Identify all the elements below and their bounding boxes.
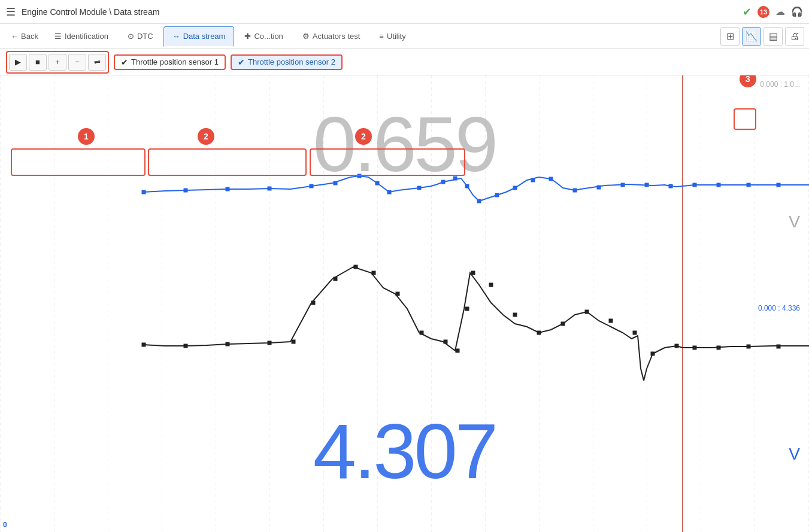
svg-rect-35 [310,184,313,188]
menu-icon[interactable]: ☰ [6,5,16,19]
tab-codereader[interactable]: ✚ Co...tion [235,26,292,47]
svg-rect-38 [375,181,379,185]
tab-datastream[interactable]: ↔ Data stream [163,26,235,47]
svg-rect-28 [717,346,720,349]
sensor1-tag[interactable]: ✔ Throttle position sensor 1 [114,54,226,70]
nav-tabs: ← Back ☰ Identification ⊙ DTC ↔ Data str… [0,24,809,49]
scale-bottom-label: 0.000 : 4.336 [758,304,800,312]
table-view-button[interactable]: ▤ [763,27,783,46]
svg-rect-45 [495,193,499,197]
svg-rect-25 [651,352,655,355]
svg-rect-48 [549,177,553,181]
svg-rect-17 [471,271,475,275]
zero-label: 0 [3,521,7,529]
svg-rect-14 [444,340,447,343]
unit1-label: V [789,212,800,232]
svg-rect-27 [693,346,696,349]
grid-view-button[interactable]: ⊞ [720,27,740,46]
chart-view-button[interactable]: 📉 [742,27,761,46]
stop-button[interactable]: ■ [29,54,47,71]
title-bar: ☰ Engine Control Module \ Data stream ✔ … [0,0,809,24]
svg-rect-39 [387,190,391,194]
svg-rect-55 [717,183,720,187]
svg-rect-40 [417,186,421,190]
svg-rect-11 [372,271,375,275]
svg-rect-53 [669,184,672,188]
svg-rect-29 [747,345,750,348]
sensor1-label: Throttle position sensor 1 [131,57,219,66]
sensor2-tag[interactable]: ✔ Throttle position sensor 2 [231,54,343,70]
svg-rect-49 [573,189,577,192]
playback-controls: ▶ ■ + − ⇌ [6,51,109,74]
svg-rect-34 [268,187,271,190]
svg-rect-18 [489,283,493,287]
tab-dtc[interactable]: ⊙ DTC [119,26,162,47]
headset-icon[interactable]: 🎧 [791,6,803,17]
svg-rect-20 [537,331,541,335]
actuators-icon: ⚙ [302,32,310,41]
svg-rect-43 [465,184,469,188]
view-icons: ⊞ 📉 ▤ 🖨 [720,27,804,46]
scale-top-label: 0.000 : 1.0... [760,80,800,89]
title-text: Engine Control Module \ Data stream [22,7,159,17]
unit2-label: V [789,445,800,464]
identification-icon: ☰ [54,32,62,41]
svg-rect-13 [420,331,423,335]
back-arrow: ← [11,32,19,41]
svg-rect-57 [777,183,780,187]
svg-rect-32 [184,189,187,192]
svg-rect-26 [675,344,678,348]
svg-rect-36 [334,181,337,185]
svg-rect-47 [531,178,535,182]
remove-button[interactable]: − [68,54,86,71]
svg-rect-15 [456,349,459,352]
tab-utility[interactable]: ≡ Utility [370,26,414,47]
svg-rect-44 [477,199,481,203]
equal-button[interactable]: ⇌ [88,54,106,71]
sensor2-check-icon: ✔ [238,57,245,67]
toolbar: ▶ ■ + − ⇌ ✔ Throttle position sensor 1 ✔… [0,49,809,75]
svg-rect-4 [184,344,187,348]
svg-rect-8 [311,301,315,305]
chart-area[interactable]: 0.659 4.307 0.000 : 1.0... V 0.000 : 4.3… [0,75,809,532]
badge-number: 13 [758,6,769,18]
tab-identification[interactable]: ☰ Identification [46,26,117,47]
svg-rect-46 [513,186,517,190]
print-button[interactable]: 🖨 [785,27,804,46]
utility-icon: ≡ [379,32,384,41]
chart-svg [0,75,809,532]
svg-rect-37 [357,174,361,178]
svg-rect-10 [354,265,357,269]
sensor1-check-icon: ✔ [121,57,128,67]
play-button[interactable]: ▶ [9,54,27,71]
annotation-2a: 2 [198,128,214,145]
svg-rect-5 [226,342,229,346]
svg-rect-42 [453,177,457,180]
svg-rect-12 [396,292,399,296]
cloud-icon[interactable]: ☁ [775,6,785,17]
check-icon: ✔ [743,5,752,19]
svg-rect-21 [561,322,565,326]
svg-rect-22 [585,310,589,314]
svg-rect-6 [268,341,271,345]
svg-rect-1 [0,75,809,532]
back-button[interactable]: ← Back [5,28,44,44]
svg-rect-31 [142,190,146,194]
add-button[interactable]: + [49,54,66,71]
svg-rect-3 [142,343,146,346]
svg-rect-19 [513,313,517,317]
svg-rect-50 [597,186,601,189]
svg-rect-23 [609,319,613,323]
svg-rect-9 [334,277,337,281]
annotation-1: 1 [78,128,95,145]
svg-rect-16 [465,307,469,311]
svg-rect-30 [777,345,780,348]
tab-actuators[interactable]: ⚙ Actuators test [293,26,369,47]
svg-rect-33 [226,187,229,191]
svg-rect-24 [633,331,637,335]
svg-rect-56 [747,183,750,187]
svg-rect-52 [645,183,649,187]
annotation-2b: 2 [355,128,372,145]
sensor2-label: Throttle position sensor 2 [248,57,335,66]
dtc-icon: ⊙ [128,32,134,41]
